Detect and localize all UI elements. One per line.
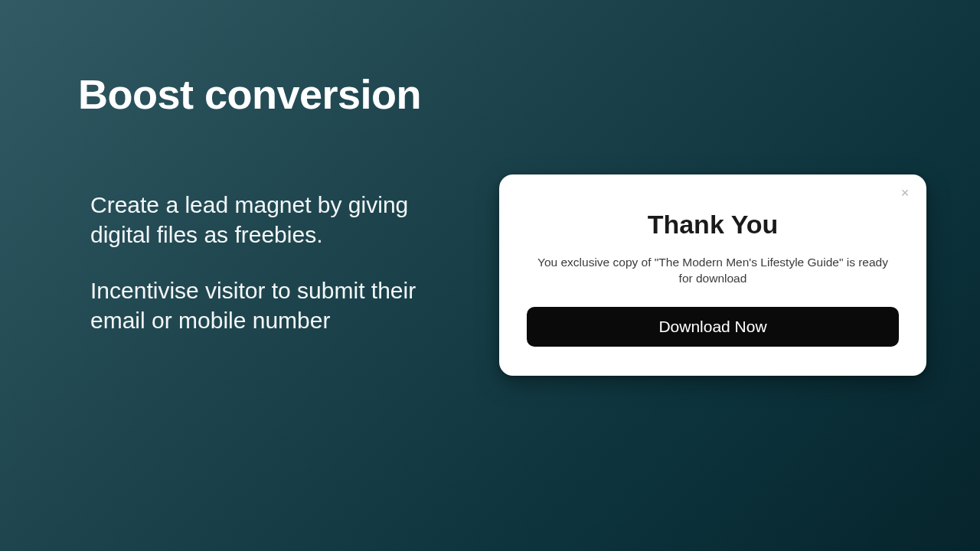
slide-paragraph-2: Incentivise visitor to submit their emai…	[90, 276, 420, 335]
thank-you-card: × Thank You You exclusive copy of "The M…	[499, 174, 926, 376]
download-button[interactable]: Download Now	[527, 307, 899, 347]
card-subtitle: You exclusive copy of "The Modern Men's …	[533, 255, 893, 287]
close-icon: ×	[901, 186, 910, 200]
slide-paragraph-1: Create a lead magnet by giving digital f…	[90, 190, 420, 249]
slide-title: Boost conversion	[78, 70, 421, 118]
slide-body: Create a lead magnet by giving digital f…	[90, 190, 420, 361]
close-button[interactable]: ×	[897, 185, 913, 201]
card-title: Thank You	[527, 210, 899, 240]
